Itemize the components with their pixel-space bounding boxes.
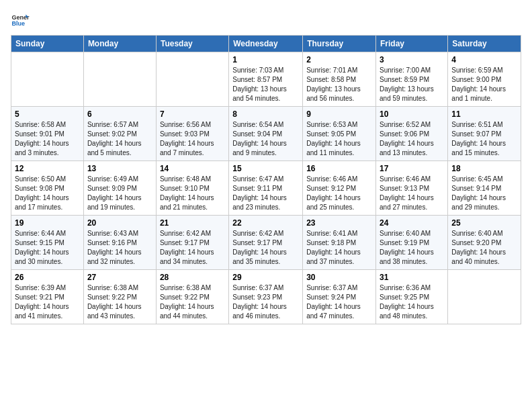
calendar-cell: 7Sunrise: 6:56 AM Sunset: 9:03 PM Daylig…: [156, 107, 228, 161]
day-detail: Sunrise: 6:38 AM Sunset: 9:22 PM Dayligh…: [87, 283, 152, 321]
day-detail: Sunrise: 6:37 AM Sunset: 9:23 PM Dayligh…: [232, 283, 299, 321]
calendar-cell: 18Sunrise: 6:45 AM Sunset: 9:14 PM Dayli…: [448, 161, 521, 216]
calendar-week-row: 1Sunrise: 7:03 AM Sunset: 8:57 PM Daylig…: [11, 52, 521, 107]
calendar-cell: 11Sunrise: 6:51 AM Sunset: 9:07 PM Dayli…: [448, 107, 521, 161]
calendar-cell: 24Sunrise: 6:40 AM Sunset: 9:19 PM Dayli…: [376, 216, 448, 270]
calendar-cell: 19Sunrise: 6:44 AM Sunset: 9:15 PM Dayli…: [11, 216, 84, 270]
day-number: 30: [306, 273, 372, 282]
day-number: 9: [306, 109, 372, 119]
day-detail: Sunrise: 6:46 AM Sunset: 9:12 PM Dayligh…: [306, 175, 372, 212]
day-number: 14: [160, 164, 225, 173]
day-detail: Sunrise: 7:00 AM Sunset: 8:59 PM Dayligh…: [380, 66, 444, 103]
day-detail: Sunrise: 6:52 AM Sunset: 9:06 PM Dayligh…: [380, 120, 444, 158]
calendar-cell: [83, 52, 156, 107]
day-detail: Sunrise: 6:59 AM Sunset: 9:00 PM Dayligh…: [451, 66, 517, 103]
calendar-cell: 29Sunrise: 6:37 AM Sunset: 9:23 PM Dayli…: [229, 270, 303, 324]
calendar-cell: [448, 270, 521, 324]
day-number: 5: [15, 109, 80, 119]
logo: General Blue: [11, 11, 30, 30]
day-detail: Sunrise: 6:48 AM Sunset: 9:10 PM Dayligh…: [160, 175, 225, 212]
day-detail: Sunrise: 6:57 AM Sunset: 9:02 PM Dayligh…: [87, 120, 152, 158]
calendar-cell: [11, 52, 84, 107]
calendar-week-row: 5Sunrise: 6:58 AM Sunset: 9:01 PM Daylig…: [11, 107, 521, 161]
day-number: 27: [87, 273, 152, 282]
day-detail: Sunrise: 6:42 AM Sunset: 9:17 PM Dayligh…: [232, 229, 299, 267]
day-number: 13: [87, 164, 152, 173]
calendar-cell: 10Sunrise: 6:52 AM Sunset: 9:06 PM Dayli…: [376, 107, 448, 161]
weekday-header-thursday: Thursday: [303, 36, 376, 52]
day-detail: Sunrise: 7:03 AM Sunset: 8:57 PM Dayligh…: [232, 66, 299, 103]
calendar-cell: 2Sunrise: 7:01 AM Sunset: 8:58 PM Daylig…: [303, 52, 376, 107]
calendar-cell: 28Sunrise: 6:38 AM Sunset: 9:22 PM Dayli…: [156, 270, 228, 324]
day-detail: Sunrise: 6:37 AM Sunset: 9:24 PM Dayligh…: [306, 283, 372, 321]
logo-icon: General Blue: [11, 11, 30, 30]
day-detail: Sunrise: 6:36 AM Sunset: 9:25 PM Dayligh…: [380, 283, 444, 321]
day-detail: Sunrise: 7:01 AM Sunset: 8:58 PM Dayligh…: [306, 66, 372, 103]
day-number: 10: [380, 109, 444, 119]
calendar-cell: 31Sunrise: 6:36 AM Sunset: 9:25 PM Dayli…: [376, 270, 448, 324]
day-number: 29: [232, 273, 299, 282]
day-number: 7: [160, 109, 225, 119]
weekday-header-wednesday: Wednesday: [229, 36, 303, 52]
day-detail: Sunrise: 6:41 AM Sunset: 9:18 PM Dayligh…: [306, 229, 372, 267]
day-detail: Sunrise: 6:58 AM Sunset: 9:01 PM Dayligh…: [15, 120, 80, 158]
day-detail: Sunrise: 6:49 AM Sunset: 9:09 PM Dayligh…: [87, 175, 152, 212]
day-detail: Sunrise: 6:45 AM Sunset: 9:14 PM Dayligh…: [451, 175, 517, 212]
day-detail: Sunrise: 6:46 AM Sunset: 9:13 PM Dayligh…: [380, 175, 444, 212]
day-detail: Sunrise: 6:44 AM Sunset: 9:15 PM Dayligh…: [15, 229, 80, 267]
day-detail: Sunrise: 6:40 AM Sunset: 9:20 PM Dayligh…: [451, 229, 517, 267]
calendar-cell: 4Sunrise: 6:59 AM Sunset: 9:00 PM Daylig…: [448, 52, 521, 107]
calendar-cell: 1Sunrise: 7:03 AM Sunset: 8:57 PM Daylig…: [229, 52, 303, 107]
day-detail: Sunrise: 6:42 AM Sunset: 9:17 PM Dayligh…: [160, 229, 225, 267]
weekday-header-friday: Friday: [376, 36, 448, 52]
day-number: 18: [451, 164, 517, 173]
day-number: 8: [232, 109, 299, 119]
calendar-cell: 9Sunrise: 6:53 AM Sunset: 9:05 PM Daylig…: [303, 107, 376, 161]
day-number: 1: [232, 55, 299, 64]
calendar-cell: 3Sunrise: 7:00 AM Sunset: 8:59 PM Daylig…: [376, 52, 448, 107]
header: General Blue: [11, 11, 521, 30]
day-number: 12: [15, 164, 80, 173]
day-number: 4: [451, 55, 517, 64]
weekday-header-saturday: Saturday: [448, 36, 521, 52]
day-number: 11: [451, 109, 517, 119]
calendar-cell: 25Sunrise: 6:40 AM Sunset: 9:20 PM Dayli…: [448, 216, 521, 270]
day-number: 28: [160, 273, 225, 282]
day-number: 20: [87, 218, 152, 228]
calendar-week-row: 12Sunrise: 6:50 AM Sunset: 9:08 PM Dayli…: [11, 161, 521, 216]
day-detail: Sunrise: 6:54 AM Sunset: 9:04 PM Dayligh…: [232, 120, 299, 158]
day-detail: Sunrise: 6:50 AM Sunset: 9:08 PM Dayligh…: [15, 175, 80, 212]
day-number: 22: [232, 218, 299, 228]
weekday-header-monday: Monday: [83, 36, 156, 52]
calendar-week-row: 26Sunrise: 6:39 AM Sunset: 9:21 PM Dayli…: [11, 270, 521, 324]
day-number: 26: [15, 273, 80, 282]
day-detail: Sunrise: 6:39 AM Sunset: 9:21 PM Dayligh…: [15, 283, 80, 321]
day-detail: Sunrise: 6:51 AM Sunset: 9:07 PM Dayligh…: [451, 120, 517, 158]
weekday-header-row: SundayMondayTuesdayWednesdayThursdayFrid…: [11, 36, 521, 52]
calendar-cell: 22Sunrise: 6:42 AM Sunset: 9:17 PM Dayli…: [229, 216, 303, 270]
day-number: 2: [306, 55, 372, 64]
weekday-header-sunday: Sunday: [11, 36, 84, 52]
calendar-cell: 21Sunrise: 6:42 AM Sunset: 9:17 PM Dayli…: [156, 216, 228, 270]
calendar-cell: 5Sunrise: 6:58 AM Sunset: 9:01 PM Daylig…: [11, 107, 84, 161]
day-number: 31: [380, 273, 444, 282]
day-number: 25: [451, 218, 517, 228]
calendar-cell: 13Sunrise: 6:49 AM Sunset: 9:09 PM Dayli…: [83, 161, 156, 216]
calendar-table: SundayMondayTuesdayWednesdayThursdayFrid…: [11, 35, 521, 324]
day-number: 19: [15, 218, 80, 228]
calendar-cell: 23Sunrise: 6:41 AM Sunset: 9:18 PM Dayli…: [303, 216, 376, 270]
calendar-cell: 14Sunrise: 6:48 AM Sunset: 9:10 PM Dayli…: [156, 161, 228, 216]
day-detail: Sunrise: 6:53 AM Sunset: 9:05 PM Dayligh…: [306, 120, 372, 158]
calendar-cell: 30Sunrise: 6:37 AM Sunset: 9:24 PM Dayli…: [303, 270, 376, 324]
calendar-cell: 26Sunrise: 6:39 AM Sunset: 9:21 PM Dayli…: [11, 270, 84, 324]
day-number: 6: [87, 109, 152, 119]
calendar-cell: 20Sunrise: 6:43 AM Sunset: 9:16 PM Dayli…: [83, 216, 156, 270]
calendar-cell: 27Sunrise: 6:38 AM Sunset: 9:22 PM Dayli…: [83, 270, 156, 324]
calendar-cell: 15Sunrise: 6:47 AM Sunset: 9:11 PM Dayli…: [229, 161, 303, 216]
calendar-week-row: 19Sunrise: 6:44 AM Sunset: 9:15 PM Dayli…: [11, 216, 521, 270]
calendar-cell: 8Sunrise: 6:54 AM Sunset: 9:04 PM Daylig…: [229, 107, 303, 161]
day-number: 15: [232, 164, 299, 173]
day-number: 16: [306, 164, 372, 173]
day-number: 21: [160, 218, 225, 228]
day-number: 3: [380, 55, 444, 64]
